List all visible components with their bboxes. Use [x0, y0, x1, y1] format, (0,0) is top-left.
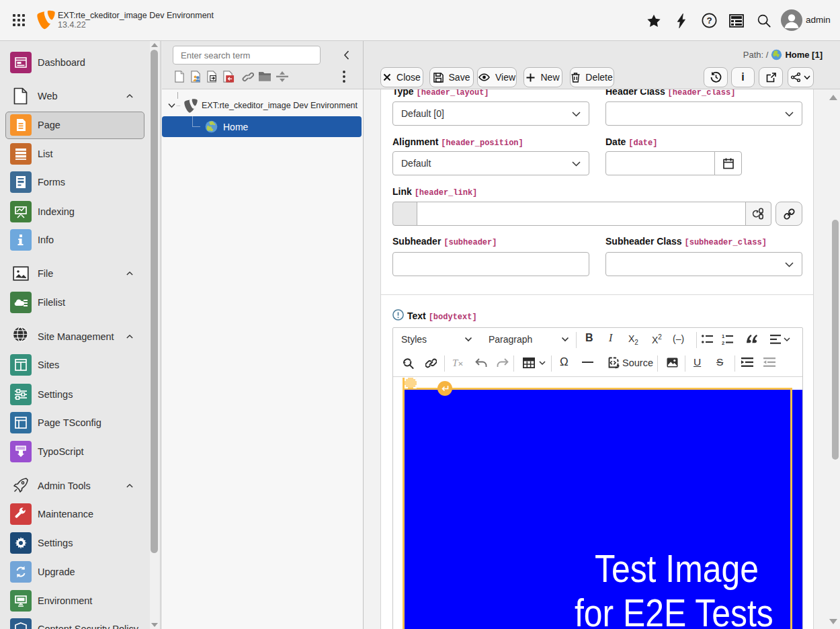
svg-text:?: ?	[706, 15, 712, 26]
svg-text:2: 2	[722, 340, 724, 345]
svg-text:1: 1	[722, 334, 724, 339]
